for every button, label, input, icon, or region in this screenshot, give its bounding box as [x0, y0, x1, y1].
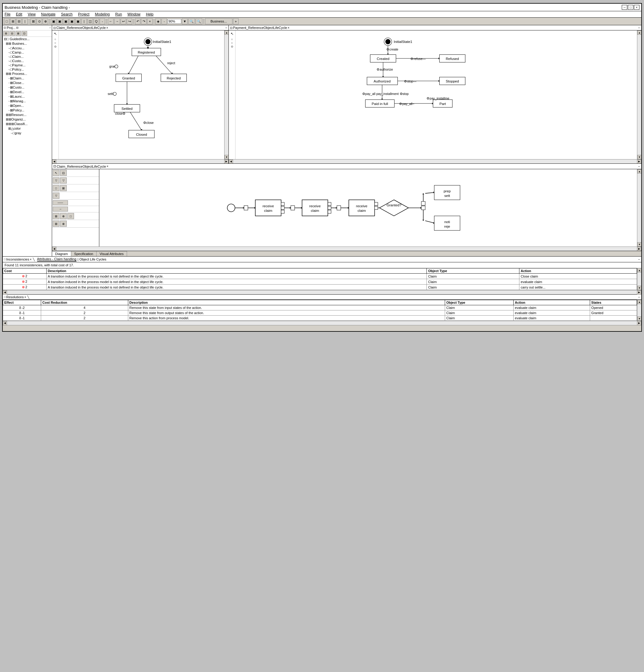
menu-run[interactable]: Run [115, 12, 122, 17]
tab-visual-attributes[interactable]: Visual Attributes [96, 251, 127, 256]
payment-vscrollbar[interactable]: ▲ ▼ [637, 31, 641, 159]
zoom-dropdown[interactable]: ▼ [182, 18, 188, 24]
incon-hscroll-left[interactable]: ◀ [3, 290, 7, 295]
res-row-2[interactable]: δ-1 2 Remove this state from output stat… [3, 310, 637, 316]
wf-scroll-up[interactable]: ▲ [637, 169, 641, 173]
workflow-vscrollbar[interactable]: ▲ ▼ [637, 169, 641, 247]
delete-button[interactable]: × [147, 18, 153, 24]
tool8[interactable]: ▣ [75, 18, 81, 24]
claim-panel-close[interactable]: − [225, 26, 227, 29]
payment-hscroll-right[interactable]: ▶ [637, 159, 641, 164]
claim-vscrollbar[interactable]: ▲ ▼ [224, 31, 229, 159]
tool3[interactable]: ⊕ [43, 18, 48, 24]
wf-scroll-down[interactable]: ▼ [637, 242, 641, 247]
claim-hscrollbar[interactable]: ◀ ▶ [52, 159, 229, 164]
wf-tool-tri1[interactable]: ▽ [53, 178, 59, 183]
claim-scroll-up[interactable]: ▲ [224, 31, 229, 35]
zoom-input[interactable]: 90% [167, 19, 181, 24]
close-button[interactable]: × [634, 5, 640, 10]
tool10[interactable]: ◫ [87, 18, 93, 24]
attributes-tab[interactable]: Attributes - Claim handling [37, 257, 77, 262]
tree-item-color[interactable]: ⊞△color [3, 126, 52, 131]
incon-hscroll-right[interactable]: ▶ [637, 290, 641, 295]
res-vscrollbar[interactable]: ▲ ▼ [637, 300, 641, 321]
tree-item-manage[interactable]: ··⊠Manag... [3, 99, 52, 104]
incon-vscrollbar[interactable]: ▲ ▼ [637, 268, 641, 290]
incon-hscrollbar[interactable]: ◀ ▶ [3, 290, 641, 294]
incon-row-1[interactable]: ⊗2 A transition induced in the process m… [3, 274, 637, 279]
paste-button[interactable]: ↷ [141, 18, 147, 24]
select-tool[interactable]: ↖ [54, 32, 57, 36]
zoom-minus[interactable]: - [162, 18, 167, 24]
fwd-button[interactable]: → [114, 18, 120, 24]
wf-tool-grid3[interactable]: □ [67, 213, 74, 219]
inconsistencies-chevron[interactable]: ╲ [33, 258, 35, 261]
wf-tool-arrow[interactable]: → [53, 207, 68, 212]
incon-row-2[interactable]: ⊗2 A transition induced in the process m… [3, 279, 637, 285]
minimize-button[interactable]: ─ [622, 5, 627, 10]
wf-tool-line1[interactable]: ▽ [53, 193, 59, 199]
workflow-hscrollbar[interactable]: ◀ ▶ [52, 247, 641, 251]
business-panel-btn[interactable]: Business... [205, 18, 232, 24]
payment-panel-close[interactable]: − [638, 26, 640, 29]
wf-tool-rect2[interactable]: ⊠ [60, 185, 67, 191]
wf-zoom-tool[interactable]: ⊡ [60, 170, 67, 176]
tree-item-campaign[interactable]: ·-□Camp... [3, 50, 52, 55]
res-hscroll-right[interactable]: ▶ [637, 321, 641, 325]
print-button[interactable]: | [22, 18, 28, 24]
menu-navigate[interactable]: Navigate [40, 12, 56, 17]
incon-scroll-down[interactable]: ▼ [637, 286, 641, 290]
redo-button[interactable]: ↪ [127, 18, 132, 24]
claim-scroll-down[interactable]: ▼ [224, 155, 229, 159]
menu-modeling[interactable]: Modeling [94, 12, 110, 17]
tree-item-resource[interactable]: ⊞⊞Resourc... [3, 112, 52, 117]
incon-scroll-up[interactable]: ▲ [637, 268, 641, 272]
tree-item-customer[interactable]: ·-□Custo... [3, 59, 52, 63]
wf-hscroll-right[interactable]: ▶ [637, 247, 641, 251]
sidebar-tool1[interactable]: ⊞ [3, 31, 9, 36]
more-btn[interactable]: » [233, 18, 238, 24]
tree-item-organiz[interactable]: ⊞⊞Organiz... [3, 117, 52, 122]
wf-select-tool[interactable]: ↖ [53, 170, 59, 176]
wf-tool-grid2[interactable]: ⊕ [60, 213, 67, 219]
tool1[interactable]: ⊠ [31, 18, 36, 24]
sidebar-close-btn[interactable]: − [49, 26, 51, 29]
copy-button[interactable]: ↶ [135, 18, 140, 24]
tree-item-guidedico[interactable]: ⊟□ GuidedInco... [3, 37, 52, 41]
wf-tool-grid1[interactable]: ⊞ [53, 213, 59, 219]
payment-scroll-down[interactable]: ▼ [637, 155, 641, 159]
tool6[interactable]: ▣ [63, 18, 69, 24]
tool11[interactable]: Q [94, 18, 99, 24]
tree-item-devel[interactable]: ··⊠Devel... [3, 90, 52, 94]
tree-item-classifi[interactable]: ⊞⊞⊞Classifi... [3, 122, 52, 126]
claim-hscroll-left[interactable]: ◀ [52, 159, 56, 164]
tab-specification[interactable]: Specification [71, 251, 96, 256]
tree-item-open[interactable]: ··⊠Open... [3, 104, 52, 108]
tool12[interactable]: - [99, 18, 105, 24]
menu-search[interactable]: Search [60, 12, 73, 17]
res-scroll-down[interactable]: ▼ [637, 316, 641, 321]
menu-project[interactable]: Project [78, 12, 90, 17]
res-hscroll-left[interactable]: ◀ [3, 321, 7, 325]
res-row-3[interactable]: δ-1 2 Remove this action from process mo… [3, 316, 637, 321]
payment-hscroll-left[interactable]: ◀ [229, 159, 233, 164]
res-row-1[interactable]: δ-2 4 Remove this state from input state… [3, 305, 637, 310]
tree-item-policy[interactable]: ·-□Policy... [3, 67, 52, 72]
tool2[interactable]: ⊙ [37, 18, 42, 24]
zoom-fit-button[interactable]: ◈ [155, 18, 161, 24]
restore-button[interactable]: □ [628, 5, 633, 10]
save-button[interactable]: ⊞ [10, 18, 15, 24]
resolutions-close[interactable]: − [638, 295, 640, 299]
workflow-close[interactable]: − [638, 165, 640, 168]
zoom-in1[interactable]: 🔍 [188, 18, 195, 24]
new-button[interactable]: □ [4, 18, 10, 24]
tree-item-claim2[interactable]: ··⊠Claim... [3, 76, 52, 81]
tree-item-account[interactable]: ·-□Accou... [3, 46, 52, 50]
inconsistencies-close[interactable]: − [638, 257, 640, 261]
wf-tool-rect1[interactable]: □ [53, 185, 59, 191]
tree-item-claim[interactable]: ·-□Claim... [3, 55, 52, 59]
wf-tool-tri2[interactable]: ▽ [60, 178, 67, 183]
tree-item-close[interactable]: ··⊠Close... [3, 81, 52, 85]
zoom-in2[interactable]: 🔍 [196, 18, 202, 24]
wf-tool-grid5[interactable]: ⊕ [60, 221, 67, 227]
